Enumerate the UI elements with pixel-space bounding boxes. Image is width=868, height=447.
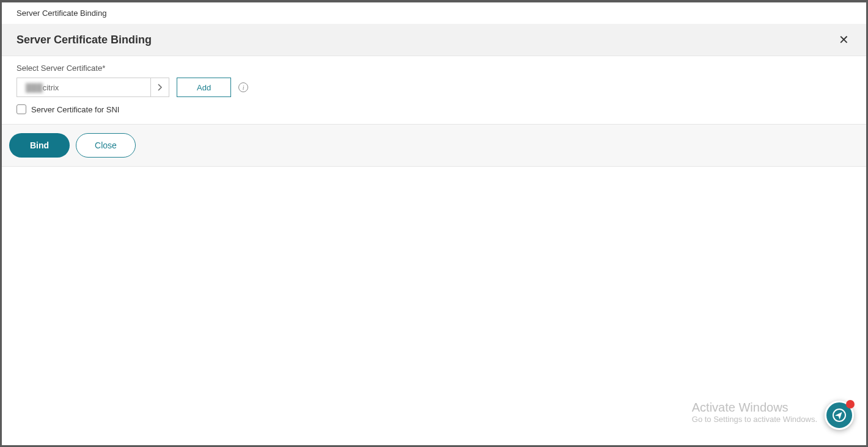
select-certificate-label: Select Server Certificate* <box>17 64 854 73</box>
footer-bar: Bind Close <box>2 124 866 167</box>
close-button[interactable]: Close <box>76 133 136 158</box>
windows-watermark: Activate Windows Go to Settings to activ… <box>692 401 817 424</box>
chevron-right-icon[interactable] <box>150 78 169 96</box>
page-title: Server Certificate Binding <box>17 34 152 46</box>
bind-button[interactable]: Bind <box>9 133 70 158</box>
notification-badge <box>846 400 855 409</box>
breadcrumb: Server Certificate Binding <box>2 2 866 24</box>
close-icon[interactable]: ✕ <box>834 32 854 47</box>
certificate-select[interactable]: ███citrix <box>17 78 169 97</box>
navigate-icon <box>832 408 847 423</box>
watermark-title: Activate Windows <box>692 401 817 415</box>
header-bar: Server Certificate Binding ✕ <box>2 24 866 56</box>
sni-checkbox[interactable] <box>17 104 26 114</box>
watermark-text: Go to Settings to activate Windows. <box>692 415 817 424</box>
form-area: Select Server Certificate* ███citrix Add… <box>2 56 866 124</box>
sni-checkbox-label: Server Certificate for SNI <box>31 105 120 114</box>
info-icon[interactable]: i <box>238 82 248 92</box>
certificate-select-value: ███citrix <box>17 78 150 96</box>
help-fab[interactable] <box>825 401 854 430</box>
add-button[interactable]: Add <box>177 78 231 97</box>
